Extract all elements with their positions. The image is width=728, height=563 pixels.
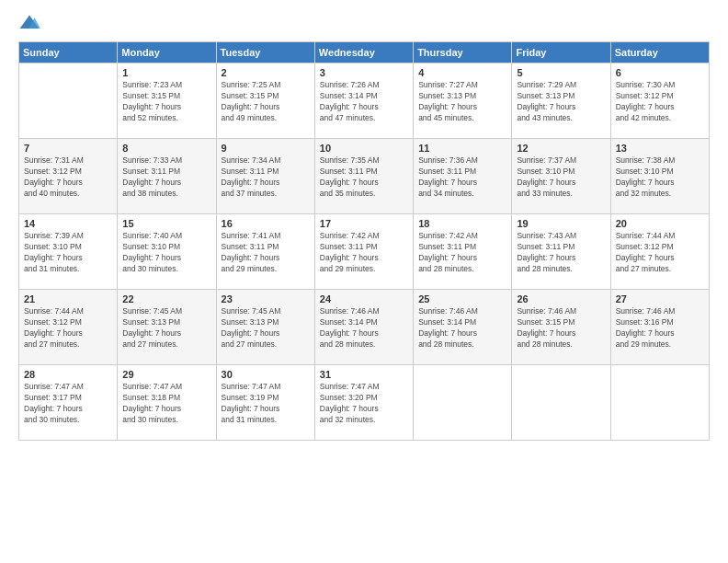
calendar-cell: 3Sunrise: 7:26 AM Sunset: 3:14 PM Daylig… — [314, 63, 413, 139]
logo-icon — [18, 14, 40, 32]
day-info: Sunrise: 7:40 AM Sunset: 3:10 PM Dayligh… — [122, 231, 211, 275]
calendar-cell: 7Sunrise: 7:31 AM Sunset: 3:12 PM Daylig… — [19, 139, 118, 214]
calendar-cell: 2Sunrise: 7:25 AM Sunset: 3:15 PM Daylig… — [216, 63, 314, 139]
day-info: Sunrise: 7:47 AM Sunset: 3:17 PM Dayligh… — [24, 382, 113, 426]
day-number: 3 — [320, 67, 409, 78]
day-info: Sunrise: 7:31 AM Sunset: 3:12 PM Dayligh… — [24, 155, 113, 200]
day-number: 27 — [616, 293, 705, 304]
calendar-cell: 4Sunrise: 7:27 AM Sunset: 3:13 PM Daylig… — [414, 63, 512, 139]
day-number: 19 — [517, 218, 606, 229]
calendar-cell — [512, 365, 610, 441]
calendar-cell: 25Sunrise: 7:46 AM Sunset: 3:14 PM Dayli… — [414, 290, 512, 365]
day-info: Sunrise: 7:47 AM Sunset: 3:20 PM Dayligh… — [320, 382, 409, 426]
day-number: 21 — [24, 293, 113, 304]
day-info: Sunrise: 7:33 AM Sunset: 3:11 PM Dayligh… — [122, 155, 211, 200]
calendar-cell: 11Sunrise: 7:36 AM Sunset: 3:11 PM Dayli… — [414, 139, 512, 214]
day-info: Sunrise: 7:35 AM Sunset: 3:11 PM Dayligh… — [320, 155, 409, 200]
day-info: Sunrise: 7:42 AM Sunset: 3:11 PM Dayligh… — [418, 231, 507, 275]
calendar-cell: 23Sunrise: 7:45 AM Sunset: 3:13 PM Dayli… — [216, 290, 314, 365]
calendar-table: SundayMondayTuesdayWednesdayThursdayFrid… — [18, 41, 710, 441]
day-number: 1 — [122, 67, 211, 78]
calendar-cell — [610, 365, 709, 441]
calendar-cell: 9Sunrise: 7:34 AM Sunset: 3:11 PM Daylig… — [216, 139, 314, 214]
day-number: 7 — [24, 143, 113, 154]
day-info: Sunrise: 7:46 AM Sunset: 3:16 PM Dayligh… — [616, 306, 705, 350]
day-number: 6 — [616, 67, 705, 78]
calendar-header-monday: Monday — [118, 42, 216, 63]
calendar-cell: 12Sunrise: 7:37 AM Sunset: 3:10 PM Dayli… — [512, 139, 610, 214]
day-number: 23 — [222, 293, 311, 304]
day-number: 29 — [122, 369, 211, 380]
day-info: Sunrise: 7:43 AM Sunset: 3:11 PM Dayligh… — [517, 231, 606, 275]
day-number: 22 — [122, 293, 211, 304]
calendar-cell: 24Sunrise: 7:46 AM Sunset: 3:14 PM Dayli… — [314, 290, 413, 365]
calendar-cell: 8Sunrise: 7:33 AM Sunset: 3:11 PM Daylig… — [118, 139, 216, 214]
day-info: Sunrise: 7:38 AM Sunset: 3:10 PM Dayligh… — [616, 155, 705, 200]
calendar-cell: 19Sunrise: 7:43 AM Sunset: 3:11 PM Dayli… — [512, 214, 610, 290]
calendar-cell: 30Sunrise: 7:47 AM Sunset: 3:19 PM Dayli… — [216, 365, 314, 441]
calendar-week-3: 21Sunrise: 7:44 AM Sunset: 3:12 PM Dayli… — [19, 290, 710, 365]
day-number: 14 — [24, 218, 113, 229]
day-number: 20 — [616, 218, 705, 229]
day-number: 30 — [222, 369, 311, 380]
day-info: Sunrise: 7:47 AM Sunset: 3:18 PM Dayligh… — [122, 382, 211, 426]
day-info: Sunrise: 7:23 AM Sunset: 3:15 PM Dayligh… — [122, 80, 211, 124]
calendar-cell: 29Sunrise: 7:47 AM Sunset: 3:18 PM Dayli… — [118, 365, 216, 441]
calendar-cell — [19, 63, 118, 139]
day-number: 25 — [418, 293, 507, 304]
day-number: 31 — [320, 369, 409, 380]
day-info: Sunrise: 7:37 AM Sunset: 3:10 PM Dayligh… — [517, 155, 606, 200]
calendar-cell: 18Sunrise: 7:42 AM Sunset: 3:11 PM Dayli… — [414, 214, 512, 290]
day-number: 11 — [418, 143, 507, 154]
day-number: 26 — [517, 293, 606, 304]
calendar-header-wednesday: Wednesday — [314, 42, 413, 63]
calendar-header-row: SundayMondayTuesdayWednesdayThursdayFrid… — [19, 42, 710, 63]
calendar-cell: 26Sunrise: 7:46 AM Sunset: 3:15 PM Dayli… — [512, 290, 610, 365]
calendar-week-4: 28Sunrise: 7:47 AM Sunset: 3:17 PM Dayli… — [19, 365, 710, 441]
day-number: 2 — [222, 67, 311, 78]
day-info: Sunrise: 7:29 AM Sunset: 3:13 PM Dayligh… — [517, 80, 606, 124]
day-info: Sunrise: 7:45 AM Sunset: 3:13 PM Dayligh… — [222, 306, 311, 350]
calendar-week-0: 1Sunrise: 7:23 AM Sunset: 3:15 PM Daylig… — [19, 63, 710, 139]
calendar-week-2: 14Sunrise: 7:39 AM Sunset: 3:10 PM Dayli… — [19, 214, 710, 290]
calendar-cell: 16Sunrise: 7:41 AM Sunset: 3:11 PM Dayli… — [216, 214, 314, 290]
calendar-header-friday: Friday — [512, 42, 610, 63]
calendar-cell: 13Sunrise: 7:38 AM Sunset: 3:10 PM Dayli… — [610, 139, 709, 214]
calendar-cell: 22Sunrise: 7:45 AM Sunset: 3:13 PM Dayli… — [118, 290, 216, 365]
calendar-header-saturday: Saturday — [610, 42, 709, 63]
calendar-cell: 20Sunrise: 7:44 AM Sunset: 3:12 PM Dayli… — [610, 214, 709, 290]
day-number: 8 — [122, 143, 211, 154]
day-info: Sunrise: 7:34 AM Sunset: 3:11 PM Dayligh… — [222, 155, 311, 200]
calendar-cell: 31Sunrise: 7:47 AM Sunset: 3:20 PM Dayli… — [314, 365, 413, 441]
day-number: 24 — [320, 293, 409, 304]
calendar-header-tuesday: Tuesday — [216, 42, 314, 63]
calendar-cell: 15Sunrise: 7:40 AM Sunset: 3:10 PM Dayli… — [118, 214, 216, 290]
calendar-cell: 1Sunrise: 7:23 AM Sunset: 3:15 PM Daylig… — [118, 63, 216, 139]
day-number: 18 — [418, 218, 507, 229]
day-info: Sunrise: 7:36 AM Sunset: 3:11 PM Dayligh… — [418, 155, 507, 200]
day-number: 9 — [222, 143, 311, 154]
day-number: 17 — [320, 218, 409, 229]
day-info: Sunrise: 7:42 AM Sunset: 3:11 PM Dayligh… — [320, 231, 409, 275]
logo — [18, 14, 44, 32]
day-info: Sunrise: 7:30 AM Sunset: 3:12 PM Dayligh… — [616, 80, 705, 124]
day-info: Sunrise: 7:47 AM Sunset: 3:19 PM Dayligh… — [222, 382, 311, 426]
day-number: 16 — [222, 218, 311, 229]
calendar-cell: 28Sunrise: 7:47 AM Sunset: 3:17 PM Dayli… — [19, 365, 118, 441]
calendar-cell: 14Sunrise: 7:39 AM Sunset: 3:10 PM Dayli… — [19, 214, 118, 290]
day-number: 13 — [616, 143, 705, 154]
day-number: 4 — [418, 67, 507, 78]
day-info: Sunrise: 7:46 AM Sunset: 3:14 PM Dayligh… — [418, 306, 507, 350]
calendar-header-thursday: Thursday — [414, 42, 512, 63]
calendar-header-sunday: Sunday — [19, 42, 118, 63]
day-info: Sunrise: 7:25 AM Sunset: 3:15 PM Dayligh… — [222, 80, 311, 124]
day-number: 10 — [320, 143, 409, 154]
day-info: Sunrise: 7:45 AM Sunset: 3:13 PM Dayligh… — [122, 306, 211, 350]
day-info: Sunrise: 7:46 AM Sunset: 3:14 PM Dayligh… — [320, 306, 409, 350]
day-info: Sunrise: 7:46 AM Sunset: 3:15 PM Dayligh… — [517, 306, 606, 350]
calendar-cell: 10Sunrise: 7:35 AM Sunset: 3:11 PM Dayli… — [314, 139, 413, 214]
day-info: Sunrise: 7:44 AM Sunset: 3:12 PM Dayligh… — [24, 306, 113, 350]
day-info: Sunrise: 7:39 AM Sunset: 3:10 PM Dayligh… — [24, 231, 113, 275]
calendar-cell: 27Sunrise: 7:46 AM Sunset: 3:16 PM Dayli… — [610, 290, 709, 365]
header — [18, 14, 710, 32]
